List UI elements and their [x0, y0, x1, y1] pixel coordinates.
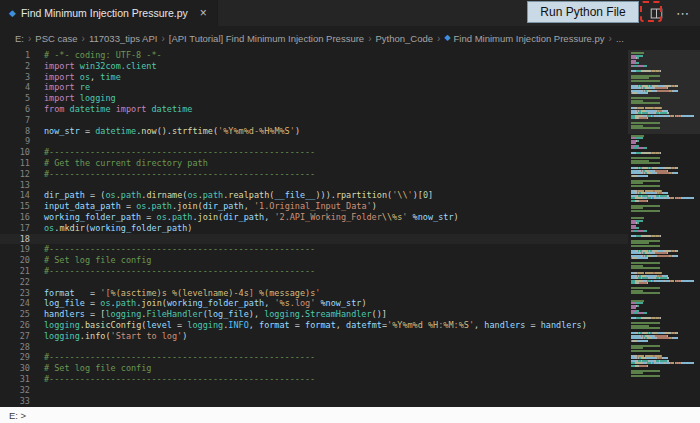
line-number: 27: [0, 331, 44, 342]
python-file-icon: ◆: [444, 34, 450, 42]
line-number: 11: [0, 158, 44, 169]
code-line[interactable]: 9: [0, 136, 628, 147]
breadcrumb-separator: ›: [28, 33, 31, 44]
bottom-strip: E: >: [0, 407, 700, 423]
breadcrumb-item[interactable]: [API Tutorial] Find Minimum Injection Pr…: [169, 33, 364, 44]
code-line[interactable]: 16working_folder_path = os.path.join(dir…: [0, 212, 628, 223]
code-line[interactable]: 23format = '[%(asctime)s %(levelname)-4s…: [0, 288, 628, 299]
line-number: 18: [0, 234, 44, 245]
code-line[interactable]: 5import logging: [0, 93, 628, 104]
line-content: os.mkdir(working_folder_path): [44, 223, 628, 234]
ellipsis-icon: ⋯: [676, 6, 690, 21]
more-actions-button[interactable]: ⋯: [676, 6, 690, 21]
close-icon[interactable]: ×: [200, 6, 207, 20]
code-line[interactable]: 20# Set log file config: [0, 255, 628, 266]
code-line[interactable]: 28: [0, 342, 628, 353]
line-number: 15: [0, 201, 44, 212]
run-python-file-callout: Run Python File: [527, 1, 639, 23]
line-content: #---------------------------------------…: [44, 244, 628, 255]
breadcrumb-item-label: Python_Code: [375, 33, 433, 44]
code-line[interactable]: 7: [0, 115, 628, 126]
code-line[interactable]: 1# -*- coding: UTF-8 -*-: [0, 50, 628, 61]
code-line[interactable]: 29#-------------------------------------…: [0, 352, 628, 363]
line-content: # Get the current directory path: [44, 158, 628, 169]
line-content: import logging: [44, 93, 628, 104]
breadcrumb-separator: ›: [437, 33, 440, 44]
code-line[interactable]: 31#-------------------------------------…: [0, 374, 628, 385]
line-number: 6: [0, 104, 44, 115]
line-number: 12: [0, 169, 44, 180]
line-content: [44, 136, 628, 147]
code-line[interactable]: 33: [0, 396, 628, 407]
line-number: 25: [0, 309, 44, 320]
code-line[interactable]: 10#-------------------------------------…: [0, 147, 628, 158]
line-number: 28: [0, 342, 44, 353]
code-line[interactable]: 13: [0, 180, 628, 191]
code-line[interactable]: 22: [0, 277, 628, 288]
editor-group: 1# -*- coding: UTF-8 -*-2import win32com…: [0, 50, 700, 407]
line-number: 20: [0, 255, 44, 266]
code-line[interactable]: 12#-------------------------------------…: [0, 169, 628, 180]
line-number: 29: [0, 352, 44, 363]
breadcrumb-item[interactable]: Python_Code: [375, 33, 433, 44]
code-line[interactable]: 19#-------------------------------------…: [0, 244, 628, 255]
line-number: 26: [0, 320, 44, 331]
line-number: 30: [0, 363, 44, 374]
breadcrumb-item[interactable]: E:: [15, 33, 24, 44]
line-number: 22: [0, 277, 44, 288]
line-number: 31: [0, 374, 44, 385]
code-line[interactable]: 30# Set log file config: [0, 363, 628, 374]
code-line[interactable]: 18: [0, 234, 628, 245]
minimap[interactable]: [628, 50, 700, 407]
code-line[interactable]: 21#-------------------------------------…: [0, 266, 628, 277]
line-content: # Set log file config: [44, 255, 628, 266]
breadcrumb-item[interactable]: 117033_tips API: [89, 33, 158, 44]
code-line[interactable]: 6from datetime import datetime: [0, 104, 628, 115]
code-line[interactable]: 8now_str = datetime.now().strftime('%Y%m…: [0, 126, 628, 137]
line-number: 7: [0, 115, 44, 126]
line-number: 10: [0, 147, 44, 158]
code-line[interactable]: 15input_data_path = os.path.join(dir_pat…: [0, 201, 628, 212]
breadcrumb-item-label: E:: [15, 33, 24, 44]
line-content: import win32com.client: [44, 61, 628, 72]
line-number: 14: [0, 190, 44, 201]
code-line[interactable]: 4import re: [0, 82, 628, 93]
line-content: format = '[%(asctime)s %(levelname)-4s] …: [44, 288, 628, 299]
run-button-highlight: [640, 1, 662, 22]
breadcrumb-item[interactable]: PSC case: [35, 33, 77, 44]
line-number: 23: [0, 288, 44, 299]
line-number: 33: [0, 396, 44, 407]
code-line[interactable]: 27logging.info('Start to log'): [0, 331, 628, 342]
code-line[interactable]: 25handlers = [logging.FileHandler(log_fi…: [0, 309, 628, 320]
code-line[interactable]: 32: [0, 385, 628, 396]
bottom-strip-text: E: >: [9, 410, 26, 421]
line-number: 24: [0, 298, 44, 309]
line-number: 16: [0, 212, 44, 223]
breadcrumb-item-label: [API Tutorial] Find Minimum Injection Pr…: [169, 33, 364, 44]
tab-title: Find Minimum Injection Pressure.py: [21, 7, 188, 19]
line-content: [44, 115, 628, 126]
line-number: 17: [0, 223, 44, 234]
vscode-window: ◆ Find Minimum Injection Pressure.py × ⋯…: [0, 0, 700, 50]
line-number: 5: [0, 93, 44, 104]
code-line[interactable]: 11# Get the current directory path: [0, 158, 628, 169]
breadcrumb-item-label: 117033_tips API: [89, 33, 158, 44]
code-line[interactable]: 3import os, time: [0, 72, 628, 83]
line-number: 32: [0, 385, 44, 396]
breadcrumb-item-label: Find Minimum Injection Pressure.py: [454, 33, 605, 44]
code-line[interactable]: 26logging.basicConfig(level = logging.IN…: [0, 320, 628, 331]
code-line[interactable]: 2import win32com.client: [0, 61, 628, 72]
line-content: working_folder_path = os.path.join(dir_p…: [44, 212, 628, 223]
line-number: 8: [0, 126, 44, 137]
code-line[interactable]: 14dir_path = (os.path.dirname(os.path.re…: [0, 190, 628, 201]
line-content: #---------------------------------------…: [44, 147, 628, 158]
line-number: 1: [0, 50, 44, 61]
tab-find-minimum-injection-pressure[interactable]: ◆ Find Minimum Injection Pressure.py ×: [0, 0, 218, 26]
code-line[interactable]: 17os.mkdir(working_folder_path): [0, 223, 628, 234]
code-line[interactable]: 24log_file = os.path.join(working_folder…: [0, 298, 628, 309]
breadcrumb-item[interactable]: ...: [616, 33, 624, 44]
line-content: logging.basicConfig(level = logging.INFO…: [44, 320, 628, 331]
breadcrumb-item[interactable]: ◆Find Minimum Injection Pressure.py: [444, 33, 604, 44]
line-content: from datetime import datetime: [44, 104, 628, 115]
code-editor[interactable]: 1# -*- coding: UTF-8 -*-2import win32com…: [0, 50, 628, 407]
